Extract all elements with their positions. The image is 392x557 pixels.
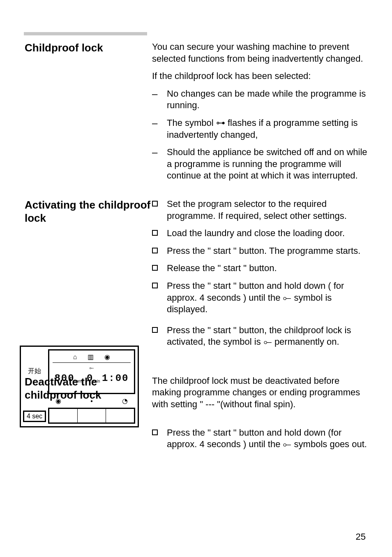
- childproof-bullet-2: – The symbol ⊶ flashes if a programme se…: [152, 117, 367, 141]
- heading-childproof-lock: Childproof lock: [25, 41, 152, 55]
- deactivate-steps: Press the " start " button and hold down…: [152, 427, 367, 450]
- bullet-text: No changes can be made while the program…: [167, 88, 367, 111]
- diagram-rpm-value: 800rpm: [54, 373, 81, 384]
- page-number: 25: [356, 531, 366, 542]
- square-bullet-icon: [152, 230, 158, 236]
- square-bullet-icon: [152, 265, 158, 271]
- dash-icon: –: [152, 147, 157, 157]
- activating-step-3: Press the " start " button. The programm…: [152, 245, 367, 257]
- activating-step-1: Set the program selector to the required…: [152, 198, 367, 222]
- sun-icon: [88, 397, 95, 404]
- deactivate-step-1: Press the " start " button and hold down…: [152, 427, 367, 450]
- childproof-selected-lead: If the childproof lock has been selected…: [152, 70, 367, 82]
- childproof-bullet-list: – No changes can be made while the progr…: [152, 88, 367, 182]
- step-text: Press the " start " button, the childpro…: [167, 325, 367, 348]
- diagram-top-icons: ⌂ ▥ ◉: [53, 352, 131, 363]
- activating-step-4: Release the " start " button.: [152, 262, 367, 274]
- deactivate-intro: The childproof lock must be deactivated …: [152, 375, 367, 411]
- step-text: Press the " start " button and hold down…: [167, 280, 367, 316]
- circle-dot-icon: ◉: [55, 397, 61, 405]
- step-text: Press the " start " button. The programm…: [167, 245, 367, 257]
- clock-icon: ◔: [122, 397, 128, 405]
- step-text: Set the program selector to the required…: [167, 198, 367, 222]
- square-bullet-icon: [152, 201, 158, 207]
- activating-step-2: Load the laundry and close the loading d…: [152, 227, 367, 239]
- tub-icon: ▥: [88, 353, 94, 361]
- square-bullet-icon: [152, 429, 158, 435]
- bullet-text: Should the appliance be switched off and…: [167, 146, 367, 182]
- activating-step-5: Press the " start " button and hold down…: [152, 280, 367, 316]
- bucket-icon: ⌂: [73, 353, 77, 361]
- appliance-display-diagram: 开始 ⌂ ▥ ◉ ⟜ 800rpm 0min 1:00: [20, 346, 139, 427]
- diagram-label-start: 开始: [21, 347, 48, 395]
- childproof-bullet-1: – No changes can be made while the progr…: [152, 88, 367, 111]
- step-text: Load the laundry and close the loading d…: [167, 227, 367, 239]
- activating-step-6: Press the " start " button, the childpro…: [152, 325, 367, 348]
- childproof-intro: You can secure your washing machine to p…: [152, 41, 367, 65]
- step-text: Release the " start " button.: [167, 262, 367, 274]
- spin-icon: ◉: [104, 353, 110, 361]
- diagram-label-4sec: 4 sec: [23, 411, 46, 422]
- heading-activating: Activating the childproof lock: [25, 198, 152, 225]
- decorative-bar: [24, 32, 147, 35]
- dash-icon: –: [152, 118, 157, 128]
- bullet-text: The symbol ⊶ flashes if a programme sett…: [167, 117, 367, 141]
- diagram-display-panel: ⌂ ▥ ◉ ⟜ 800rpm 0min 1:00: [48, 349, 135, 394]
- diagram-status-icons: ◉ ◔: [48, 395, 135, 406]
- square-bullet-icon: [152, 327, 158, 333]
- diagram-time-value: 0min 1:00: [87, 373, 129, 384]
- childproof-bullet-3: – Should the appliance be switched off a…: [152, 146, 367, 182]
- key-icon: ⟜: [89, 365, 94, 371]
- dash-icon: –: [152, 89, 157, 99]
- square-bullet-icon: [152, 283, 158, 288]
- diagram-button-row: [48, 408, 135, 424]
- square-bullet-icon: [152, 248, 158, 253]
- step-text: Press the " start " button and hold down…: [167, 427, 367, 450]
- activating-steps: Set the program selector to the required…: [152, 198, 367, 348]
